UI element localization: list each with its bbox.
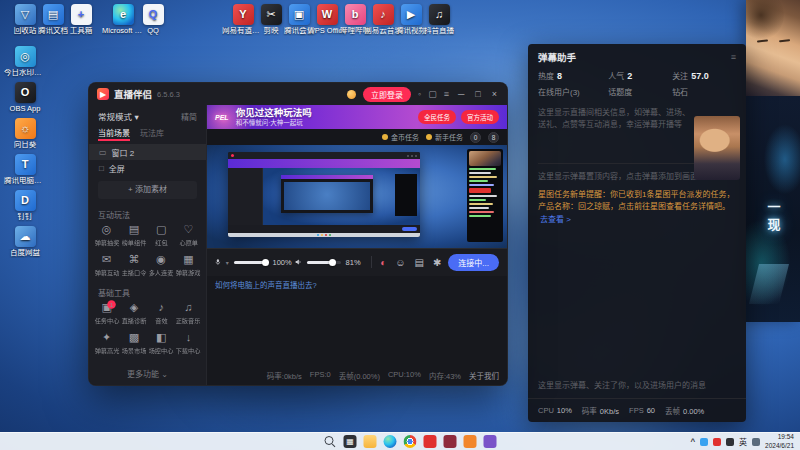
activity-image[interactable] — [694, 116, 740, 180]
edge-taskbar-icon[interactable] — [384, 435, 397, 448]
connect-button[interactable]: 连接中... — [448, 254, 499, 271]
pc-manager-icon: T — [15, 154, 36, 175]
input-language-indicator[interactable]: 英 — [739, 436, 747, 447]
stream-preview-canvas[interactable] — [207, 145, 507, 248]
chip-coin-task[interactable]: 金币任务 — [382, 132, 419, 142]
titlebar[interactable]: ▶ 直播伴侣 6.5.6.3 立即登录 ◦ ▢ ≡ ─ □ × — [89, 83, 507, 105]
maximize-button[interactable]: □ — [473, 89, 482, 99]
counter-badge[interactable]: 0 — [470, 132, 481, 143]
tool-diagnosis[interactable]: ◈直播诊断 — [120, 301, 147, 329]
promo-icon[interactable] — [347, 90, 356, 99]
chip-newbie-task[interactable]: 新手任务 — [426, 132, 463, 142]
support-icon[interactable]: ◦ — [418, 89, 421, 99]
stat-popularity: 人气2 — [608, 70, 672, 81]
mode-selector[interactable]: 常规模式 ▾ — [98, 110, 139, 122]
source-item-window[interactable]: ▭窗口 2 — [89, 144, 206, 160]
task-notice-link[interactable]: 去查看 > — [540, 215, 571, 224]
tool-highlight[interactable]: ✦弹幕高光 — [93, 331, 120, 359]
sticker-icon[interactable]: ▤ — [413, 257, 426, 268]
tab-current-scene[interactable]: 当前场景 — [98, 127, 130, 141]
stream-stats-row: 码率:0kb/s FPS:0 丢帧(0.00%) CPU:10% 内存:43% … — [215, 370, 499, 381]
desktop-icon-douyin[interactable]: ♫抖音直播 — [418, 4, 460, 36]
desktop-icon-qq[interactable]: QQQ — [132, 4, 174, 36]
quality-icon[interactable]: ◐ — [378, 257, 388, 268]
network-icon[interactable] — [752, 438, 760, 446]
beauty-icon[interactable]: ☺ — [393, 257, 407, 268]
art-dark-section: 一现 — [746, 96, 800, 322]
taskbar-clock[interactable]: 19:54 2024/6/21 — [765, 433, 794, 449]
feature-host-command[interactable]: ⌘主播口令 — [120, 253, 147, 281]
mic-volume-slider[interactable] — [234, 261, 268, 264]
tool-scene-market[interactable]: ▩场景市场 — [120, 331, 147, 359]
ranking-icon: ▤ — [129, 223, 139, 236]
add-source-button[interactable]: + 添加素材 — [98, 181, 197, 199]
red-packet-icon: ▢ — [156, 223, 166, 236]
feature-wishlist[interactable]: ♡心愿单 — [175, 223, 202, 251]
feature-multi-guest[interactable]: ◉多人连麦 — [148, 253, 175, 281]
desktop-icon-toolbox[interactable]: +工具箱 — [60, 4, 102, 36]
banner-badge-events[interactable]: 官方活动 — [461, 110, 499, 124]
desktop-icon-dingtalk[interactable]: D钉钉 — [4, 190, 46, 222]
live-stats: 热度8 人气2 关注57.0 在线用户(3) 话题度 钻石 — [528, 68, 746, 103]
app-maroon-icon[interactable] — [444, 435, 457, 448]
tray-expand-chevron[interactable]: ^ — [690, 437, 695, 446]
close-button[interactable]: × — [490, 89, 499, 99]
tool-sound-effects[interactable]: ♪音效 — [148, 301, 175, 329]
start-button[interactable] — [304, 435, 317, 448]
search-icon[interactable] — [324, 435, 337, 448]
desktop-icon-pc-manager[interactable]: T腾讯电脑管家 — [4, 154, 46, 186]
counter-badge[interactable]: 8 — [488, 132, 499, 143]
speaker-volume-slider[interactable] — [307, 261, 341, 264]
stat-online-users: 在线用户(3) — [538, 86, 608, 97]
source-item-fullscreen[interactable]: □全屏 — [89, 160, 206, 176]
qq-icon: Q — [143, 4, 164, 25]
tray-app-icon[interactable] — [726, 438, 734, 446]
feature-danmaku-game[interactable]: ▦弹幕游戏 — [175, 253, 202, 281]
desktop-icon-netdisk[interactable]: ☁百度网盘 — [4, 226, 46, 258]
edge-icon: e — [113, 4, 134, 25]
login-button[interactable]: 立即登录 — [363, 87, 411, 102]
promo-banner[interactable]: PEL 你见过这种玩法吗 和不懂就问·大神一起玩 全民任务 官方活动 — [207, 105, 507, 129]
feature-red-packet[interactable]: ▢红包 — [148, 223, 175, 251]
tray-app-icon[interactable] — [700, 438, 708, 446]
bitrate-stat: 码率:0kb/s — [267, 370, 302, 381]
about-link[interactable]: 关于我们 — [469, 370, 499, 381]
app-purple-icon[interactable] — [484, 435, 497, 448]
tool-download-center[interactable]: ↓下载中心 — [175, 331, 202, 359]
feature-danmaku-interact[interactable]: ✉弹幕互动 — [93, 253, 120, 281]
tray-app-icon[interactable] — [713, 438, 721, 446]
desktop-icon-obs[interactable]: OOBS App — [4, 82, 46, 114]
announce-icon[interactable]: ▢ — [428, 89, 437, 99]
captured-sidebar — [228, 168, 263, 225]
chrome-taskbar-icon[interactable] — [404, 435, 417, 448]
fullscreen-source-icon: □ — [99, 164, 104, 173]
more-features-button[interactable]: 更多功能 ⌄ — [89, 363, 206, 385]
tool-control-center[interactable]: ◧场控中心 — [148, 331, 175, 359]
microphone-icon[interactable] — [215, 257, 221, 267]
settings-icon[interactable]: ✱ — [431, 257, 443, 268]
interactive-grid: ◎弹幕抽奖 ▤榜单组件 ▢红包 ♡心愿单 ✉弹幕互动 ⌘主播口令 ◉多人连麦 ▦… — [89, 222, 206, 282]
captured-preview — [263, 168, 420, 225]
menu-icon[interactable]: ≡ — [444, 89, 449, 99]
desktop-icon-camera[interactable]: ◎今日水印相机 — [4, 46, 46, 78]
file-explorer-icon[interactable] — [364, 435, 377, 448]
tool-licensed-music[interactable]: ♫正版音乐 — [175, 301, 202, 329]
feature-danmaku-lottery[interactable]: ◎弹幕抽奖 — [93, 223, 120, 251]
chevron-down-icon[interactable]: ▾ — [226, 259, 229, 266]
captured-avatar-image — [469, 151, 501, 166]
speaker-icon[interactable] — [295, 257, 301, 267]
tool-task-center[interactable]: ▣任务中心1 — [93, 301, 120, 329]
panel-menu-icon[interactable]: ≡ — [731, 52, 736, 62]
app-orange-icon[interactable] — [464, 435, 477, 448]
task-view-icon[interactable]: ▦ — [344, 435, 357, 448]
footer-cpu: CPU10% — [538, 406, 572, 415]
banner-badge-tasks[interactable]: 全民任务 — [418, 110, 456, 124]
tab-gameplay-library[interactable]: 玩法库 — [140, 127, 164, 141]
feature-ranking-widget[interactable]: ▤榜单组件 — [120, 223, 147, 251]
desktop-icon-sunflower[interactable]: ☼向日葵 — [4, 118, 46, 150]
minimize-button[interactable]: ─ — [456, 89, 466, 99]
help-link[interactable]: 如何将电脑上的声音直播出去? — [215, 279, 499, 290]
app-red-icon[interactable] — [424, 435, 437, 448]
compact-mode-toggle[interactable]: 精简 — [181, 111, 197, 122]
section-interactive-title: 互动玩法 — [89, 204, 206, 222]
